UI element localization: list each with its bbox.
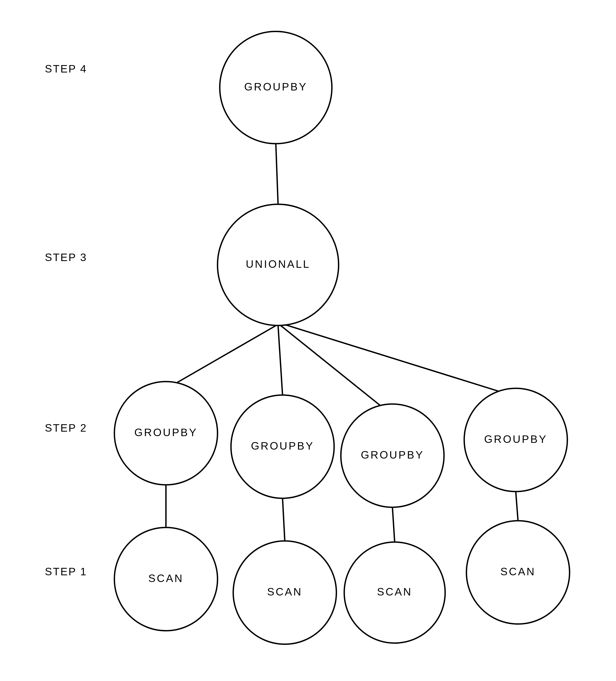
node-scan-2-label: SCAN: [267, 586, 302, 598]
node-groupby-3-label: GROUPBY: [361, 449, 424, 461]
edge-union-to-gb4: [280, 323, 500, 392]
edge-union-to-gb2: [278, 325, 283, 395]
step-label-2: STEP 2: [45, 422, 87, 434]
node-scan-4-label: SCAN: [500, 565, 535, 578]
node-groupby-1-label: GROUPBY: [134, 426, 197, 438]
edge-root-to-union: [276, 144, 278, 204]
step-label-4: STEP 4: [45, 63, 87, 75]
step-label-1: STEP 1: [45, 565, 87, 578]
node-unionall-label: UNIONALL: [246, 258, 310, 270]
node-root-groupby-label: GROUPBY: [244, 81, 307, 93]
node-scan-3-label: SCAN: [377, 586, 412, 598]
edge-gb4-to-scan4: [516, 491, 518, 521]
query-plan-diagram: GROUPBY UNIONALL GROUPBY GROUPBY GROUPBY…: [0, 0, 616, 681]
step-label-3: STEP 3: [45, 251, 87, 263]
edge-gb3-to-scan3: [393, 507, 395, 542]
edge-gb2-to-scan2: [283, 498, 285, 541]
node-groupby-4-label: GROUPBY: [484, 433, 547, 445]
edge-union-to-gb1: [175, 324, 278, 384]
edge-union-to-gb3: [279, 324, 381, 406]
node-groupby-2-label: GROUPBY: [251, 440, 314, 452]
node-scan-1-label: SCAN: [148, 572, 183, 584]
